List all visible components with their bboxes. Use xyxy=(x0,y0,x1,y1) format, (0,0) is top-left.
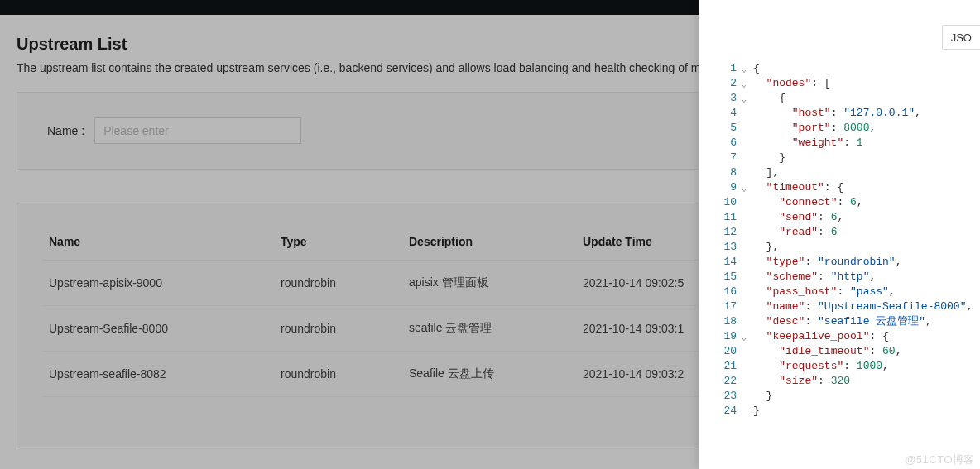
drawer-toolbar: JSO xyxy=(699,0,980,60)
name-filter-input[interactable] xyxy=(94,117,301,144)
cell-name: Upstream-apisix-9000 xyxy=(42,260,274,305)
cell-description: seafile 云盘管理 xyxy=(402,305,576,351)
code-gutter: 123456789101112131415161718192021222324 xyxy=(699,61,742,469)
code-editor[interactable]: 123456789101112131415161718192021222324 … xyxy=(699,60,980,469)
cell-name: Upstream-Seafile-8000 xyxy=(42,305,274,351)
cell-name: Upstream-seafile-8082 xyxy=(42,351,274,396)
cell-description: apisix 管理面板 xyxy=(402,260,576,305)
name-filter-label: Name : xyxy=(47,124,84,137)
code-fold-column: ⌄⌄⌄⌄⌄ xyxy=(742,61,753,469)
cell-type: roundrobin xyxy=(274,305,402,351)
code-content[interactable]: { "nodes": [ { "host": "127.0.0.1", "por… xyxy=(753,61,980,469)
config-drawer: JSO 123456789101112131415161718192021222… xyxy=(699,0,980,469)
json-format-button[interactable]: JSO xyxy=(942,25,980,50)
cell-description: Seafile 云盘上传 xyxy=(402,351,576,396)
col-header-description[interactable]: Description xyxy=(402,223,576,261)
cell-type: roundrobin xyxy=(274,260,402,305)
cell-type: roundrobin xyxy=(274,351,402,396)
col-header-name[interactable]: Name xyxy=(42,223,274,261)
col-header-type[interactable]: Type xyxy=(274,223,402,261)
